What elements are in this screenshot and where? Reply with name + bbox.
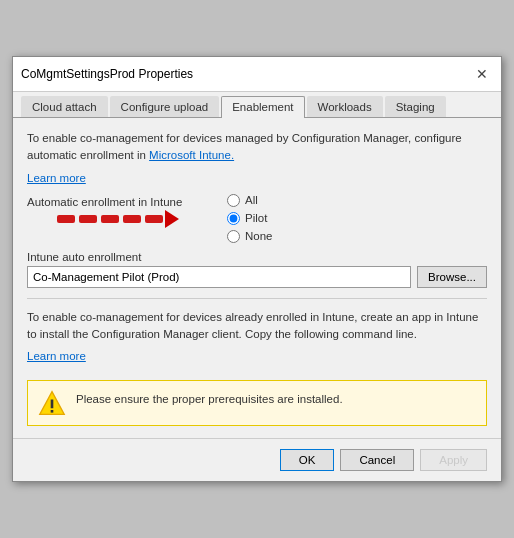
tab-configure-upload[interactable]: Configure upload: [110, 96, 220, 117]
intune-field-label: Intune auto enrollment: [27, 251, 487, 263]
radio-none[interactable]: None: [227, 230, 273, 243]
radio-pilot-input[interactable]: [227, 212, 240, 225]
tab-workloads[interactable]: Workloads: [307, 96, 383, 117]
ok-button[interactable]: OK: [280, 449, 335, 471]
tab-cloud-attach[interactable]: Cloud attach: [21, 96, 108, 117]
intro-paragraph: To enable co-management for devices mana…: [27, 130, 487, 165]
arrow-head: [165, 210, 179, 228]
tab-staging[interactable]: Staging: [385, 96, 446, 117]
browse-button[interactable]: Browse...: [417, 266, 487, 288]
learn-more-link-2[interactable]: Learn more: [27, 350, 86, 362]
radio-pilot-label: Pilot: [245, 212, 267, 224]
intune-field-section: Intune auto enrollment Browse...: [27, 251, 487, 288]
window-title: CoMgmtSettingsProd Properties: [21, 67, 193, 81]
dash-5: [145, 215, 163, 223]
dash-4: [123, 215, 141, 223]
radio-group: All Pilot None: [227, 194, 273, 243]
properties-window: CoMgmtSettingsProd Properties ✕ Cloud at…: [12, 56, 502, 482]
svg-rect-1: [51, 400, 54, 409]
bottom-bar: OK Cancel Apply: [13, 438, 501, 481]
enrollment-row: Automatic enrollment in Intune: [27, 194, 487, 243]
radio-none-input[interactable]: [227, 230, 240, 243]
dashed-line: [57, 215, 163, 223]
tab-bar: Cloud attach Configure upload Enablement…: [13, 92, 501, 118]
auto-enrollment-label: Automatic enrollment in Intune: [27, 194, 227, 208]
dash-3: [101, 215, 119, 223]
radio-none-label: None: [245, 230, 273, 242]
tab-enablement[interactable]: Enablement: [221, 96, 304, 118]
radio-all[interactable]: All: [227, 194, 273, 207]
warning-box: Please ensure the proper prerequisites a…: [27, 380, 487, 426]
svg-rect-2: [51, 410, 54, 413]
arrow-annotation: [57, 210, 179, 228]
content-area: To enable co-management for devices mana…: [13, 118, 501, 438]
intune-field-row: Browse...: [27, 266, 487, 288]
dash-1: [57, 215, 75, 223]
learn-more-link-1[interactable]: Learn more: [27, 172, 86, 184]
radio-all-label: All: [245, 194, 258, 206]
warning-icon: [38, 389, 66, 417]
apply-button[interactable]: Apply: [420, 449, 487, 471]
radio-all-input[interactable]: [227, 194, 240, 207]
cancel-button[interactable]: Cancel: [340, 449, 414, 471]
radio-pilot[interactable]: Pilot: [227, 212, 273, 225]
intro-text: To enable co-management for devices mana…: [27, 132, 462, 161]
title-bar-left: CoMgmtSettingsProd Properties: [21, 67, 193, 81]
title-bar: CoMgmtSettingsProd Properties ✕: [13, 57, 501, 92]
section-divider: [27, 298, 487, 299]
warning-text: Please ensure the proper prerequisites a…: [76, 389, 343, 405]
intune-text-input[interactable]: [27, 266, 411, 288]
intune-link[interactable]: Microsoft Intune.: [149, 149, 234, 161]
close-button[interactable]: ✕: [471, 63, 493, 85]
dash-2: [79, 215, 97, 223]
section2-text: To enable co-management for devices alre…: [27, 309, 487, 344]
